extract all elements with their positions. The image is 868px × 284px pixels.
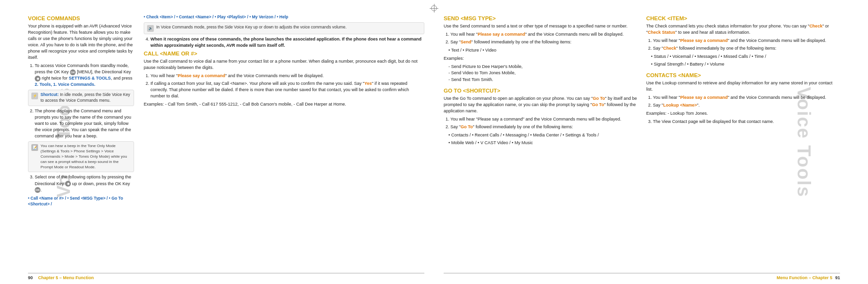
voice-note-icon: 🔊 <box>147 25 154 32</box>
send-msg-intro: Use the Send command to send a text or o… <box>444 23 637 29</box>
please-say-send: Please say a command <box>477 32 525 37</box>
check-items-2: • Signal Strength / • Battery / • Volume <box>646 61 840 68</box>
page-spread: Voice Tools VOICE COMMANDS Your phone is… <box>0 0 868 284</box>
voice-commands-bottom-nav: • Call <Name or #> / • Send <MSG Type> /… <box>28 195 134 207</box>
call-name-step-1: You will hear "Please say a command" and… <box>150 73 424 79</box>
goto-items-2: • Mobile Web / • V CAST Video / • My Mus… <box>444 140 637 147</box>
check-highlight: Check <box>809 24 822 28</box>
please-say-contacts: Please say a command <box>680 95 728 100</box>
voice-commands-steps: To access Voice Commands from standby mo… <box>35 63 134 88</box>
voice-commands-col: VOICE COMMANDS Your phone is equipped wi… <box>28 14 134 270</box>
send-highlight: Send <box>461 40 471 44</box>
nav-key-2: ◉ <box>65 181 71 187</box>
check-item-intro: The Check command lets you check status … <box>646 23 840 36</box>
goto-say-highlight: Go To <box>461 124 473 129</box>
right-chapter-label: Menu Function – Chapter 5 <box>776 275 832 280</box>
content-right: SEND <MSG TYPE> Use the Send command to … <box>444 14 840 270</box>
shortcut-box-1: ⚡ Shortcut: In idle mode, press the Side… <box>28 90 134 106</box>
goto-highlight: Go To <box>593 96 605 101</box>
goto-step-1: You will hear "Please say a command" and… <box>450 116 637 122</box>
send-examples-label: Examples: <box>444 55 637 62</box>
voice-commands-steps-3: Select one of the following options by p… <box>35 174 134 193</box>
left-page: Voice Tools VOICE COMMANDS Your phone is… <box>0 0 434 284</box>
ok-key-1: OK <box>70 69 76 75</box>
yes-highlight: Yes <box>364 81 372 86</box>
left-page-number: 90 <box>28 275 33 280</box>
send-step-2: Say "Send" followed immediately by one o… <box>450 39 637 45</box>
call-nav-line: • Check <Item> / • Contact <Name> / • Pl… <box>144 14 424 19</box>
check-contacts-col: CHECK <ITEM> The Check command lets you … <box>646 14 840 270</box>
goto-items-1: • Contacts / • Recent Calls / • Messagin… <box>444 132 637 139</box>
crosshair-circle <box>431 5 437 11</box>
footer-right: Menu Function – Chapter 5 91 <box>444 273 840 280</box>
call-name-title: CALL <NAME OR #> <box>144 51 424 56</box>
send-example-2: - Send Video to Tom Jones Mobile, <box>448 70 637 77</box>
voice-note-text: In Voice Commands mode, press the Side V… <box>156 25 347 30</box>
lookup-highlight: Lookup <Name> <box>663 103 697 108</box>
send-msg-title: SEND <MSG TYPE> <box>444 15 637 21</box>
send-step-1: You will hear "Please say a command" and… <box>450 31 637 38</box>
note-text-1: You can hear a beep in the Tone Only Mod… <box>41 144 131 170</box>
check-status-highlight: Check Status <box>648 30 675 35</box>
call-name-examples: Examples: - Call Tom Smith, - Call 617 5… <box>144 101 424 108</box>
voice-commands-steps-2: The phone displays the Command menu and … <box>35 108 134 139</box>
send-examples: - Send Picture to Dee Harper's Mobile, -… <box>444 64 637 83</box>
nav-key-1: ◉ <box>35 76 41 81</box>
voice-commands-title: VOICE COMMANDS <box>28 15 134 21</box>
contacts-name-title: CONTACTS <NAME> <box>646 72 840 78</box>
contacts-steps: You will hear "Please say a command" and… <box>653 95 840 108</box>
goto-steps: You will hear "Please say a command" and… <box>450 116 637 130</box>
call-steps-4: When it recognizes one of these commands… <box>150 36 424 49</box>
call-name-steps: You will hear "Please say a command" and… <box>150 73 424 99</box>
ok-key-2: OK <box>35 187 41 193</box>
voice-note-box: 🔊 In Voice Commands mode, press the Side… <box>144 22 424 34</box>
right-two-col: SEND <MSG TYPE> Use the Send command to … <box>444 14 840 270</box>
goto-step-2: Say "Go To" followed immediately by one … <box>450 124 637 130</box>
call-step-4-text: When it recognizes one of these commands… <box>150 37 421 48</box>
call-step-4: When it recognizes one of these commands… <box>150 36 424 49</box>
check-say-highlight: Check <box>663 46 676 51</box>
voice-step-3: Select one of the following options by p… <box>35 174 134 193</box>
voice-commands-link[interactable]: 2. Tools, 1. Voice Commands. <box>35 82 95 87</box>
check-steps: You will hear "Please say a command" and… <box>653 38 840 52</box>
goto-title: GO TO <SHORTCUT> <box>444 88 637 94</box>
contacts-steps-3: The View Contact page will be displayed … <box>653 119 840 125</box>
send-example-3: - Send Text Tom Smith. <box>448 77 637 83</box>
left-chapter-label: Chapter 5 – Menu Function <box>38 275 94 280</box>
right-footer-chapter: Menu Function – Chapter 5 <box>776 275 832 280</box>
contacts-step-1: You will hear "Please say a command" and… <box>653 95 840 101</box>
voice-commands-intro: Your phone is equipped with an AVR (Adva… <box>28 23 134 61</box>
send-goto-col: SEND <MSG TYPE> Use the Send command to … <box>444 14 637 270</box>
contacts-examples: Examples: - Lookup Tom Jones. <box>646 110 840 117</box>
shortcut-label: Shortcut: <box>41 92 59 97</box>
footer-left: 90 Chapter 5 – Menu Function <box>28 273 424 280</box>
settings-tools-link[interactable]: SETTINGS & TOOLS <box>69 76 111 81</box>
check-step-2: Say "Check" followed immediately by one … <box>653 45 840 52</box>
goto-intro: Use the Go To command to open an applica… <box>444 95 637 114</box>
crosshair <box>430 4 438 13</box>
contacts-step-3: The View Contact page will be displayed … <box>653 119 840 125</box>
send-items: • Text / • Picture / • Video <box>444 47 637 54</box>
shortcut-icon-1: ⚡ <box>31 93 38 99</box>
right-page: Voice Tools SEND <MSG TYPE> Use the Send… <box>434 0 868 284</box>
shortcut-text-1: Shortcut: In idle mode, press the Side V… <box>41 92 131 104</box>
voice-step-1: To access Voice Commands from standby mo… <box>35 63 134 88</box>
contacts-name-intro: Use the Lookup command to retrieve and d… <box>646 80 840 93</box>
contacts-step-2: Say "Lookup <Name>". <box>653 102 840 108</box>
please-say-1: Please say a command <box>177 73 225 78</box>
check-step-1: You will hear "Please say a command" and… <box>653 38 840 44</box>
call-name-col: • Check <Item> / • Contact <Name> / • Pl… <box>144 14 424 270</box>
check-item-title: CHECK <ITEM> <box>646 15 840 21</box>
note-box-1: 📝 You can hear a beep in the Tone Only M… <box>28 141 134 172</box>
check-items-1: • Status / • Voicemail / • Messages / • … <box>646 54 840 60</box>
please-say-check: Please say a command <box>680 38 728 43</box>
note-icon-1: 📝 <box>31 144 38 151</box>
send-example-1: - Send Picture to Dee Harper's Mobile, <box>448 64 637 70</box>
left-two-col: VOICE COMMANDS Your phone is equipped wi… <box>28 14 424 270</box>
left-footer-chapter: Chapter 5 – Menu Function <box>36 275 94 280</box>
call-name-step-2: If calling a contact from your list, say… <box>150 81 424 99</box>
right-page-number: 91 <box>835 275 840 280</box>
call-name-intro: Use the Call command to voice dial a nam… <box>144 58 424 71</box>
voice-step-2: The phone displays the Command menu and … <box>35 108 134 139</box>
content-left: VOICE COMMANDS Your phone is equipped wi… <box>28 14 424 270</box>
